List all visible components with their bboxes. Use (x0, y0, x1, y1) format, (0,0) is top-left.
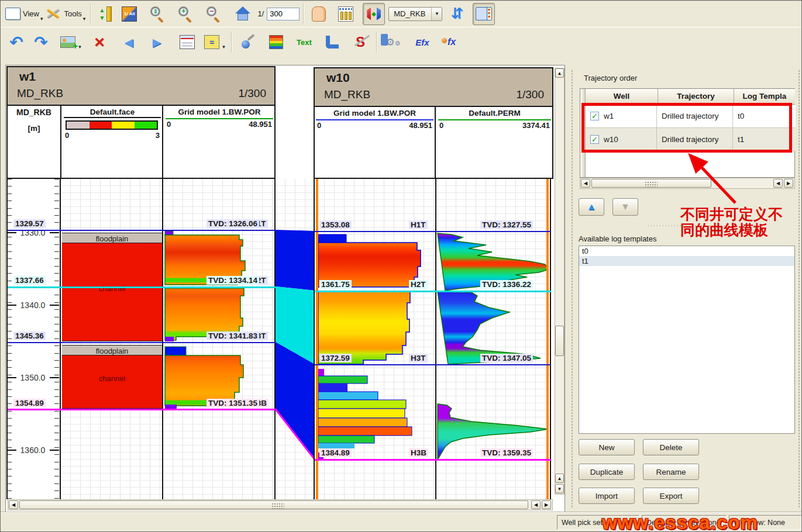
table-row-w1[interactable]: ✓ w1 Drilled trajectory t0 (586, 105, 796, 128)
fit-height-button[interactable]: ▲ ▼ (95, 3, 117, 25)
export-button[interactable]: Export (643, 488, 699, 504)
marker-md-label: 1329.57 (13, 219, 46, 228)
delete-button[interactable]: × (88, 31, 111, 53)
edit-function-button[interactable]: Efx (411, 31, 433, 53)
datum-combobox[interactable]: MD_RKB ▼ (388, 7, 442, 21)
import-button[interactable]: Import (579, 488, 635, 504)
horizon-line-h3b (315, 459, 551, 461)
zoom-in-button[interactable]: + (174, 3, 197, 25)
delete-button[interactable]: Delete (643, 439, 699, 455)
duplicate-button[interactable]: Duplicate (579, 464, 635, 480)
header-settings-button[interactable] (176, 31, 198, 53)
scroll-right-button[interactable]: ▶ (784, 179, 793, 188)
marker-md-label: 1361.75 (319, 280, 352, 289)
calculator-button[interactable]: fx (440, 31, 463, 53)
correlation-zones (276, 179, 315, 499)
chevron-down-icon: ▾ (78, 44, 81, 50)
settings-panel-toggle[interactable] (473, 3, 495, 25)
track-border (435, 179, 436, 499)
move-up-button[interactable]: ▲ (579, 198, 604, 216)
column-header-trajectory[interactable]: Trajectory (658, 89, 734, 105)
home-view-button[interactable] (232, 3, 254, 25)
scale-input[interactable] (267, 8, 300, 20)
text-annotation-button[interactable]: Text (293, 31, 315, 53)
legend-button[interactable] (265, 31, 287, 53)
canvas-horizontal-scrollbar[interactable]: ◀ ◀ ▶ (8, 499, 553, 510)
redo-button[interactable]: ↷ (30, 31, 52, 53)
scroll-left-button[interactable]: ◀ (773, 179, 783, 188)
w1-facies-track-header: Default.face 0 3 (63, 106, 163, 178)
rename-button[interactable]: Rename (643, 464, 699, 480)
log-template-button[interactable]: ≈ ▾ (204, 31, 226, 53)
fit-track-width-icon: ◆ (366, 6, 381, 22)
s-curve-icon: S (356, 34, 365, 50)
canvas-vertical-scrollbar[interactable]: ▲ ▲ ▼ (555, 68, 565, 495)
panel-splitter[interactable] (571, 70, 573, 508)
table-row-w10[interactable]: ✓ w10 Drilled trajectory t1 (586, 128, 796, 151)
scroll-left-button[interactable]: ◀ (9, 500, 18, 509)
view-menu[interactable]: View ▾ (5, 3, 44, 25)
undo-button[interactable]: ↶ (5, 31, 27, 53)
move-down-button-disabled[interactable]: ▼ (612, 198, 638, 216)
connector-button[interactable] (321, 31, 343, 53)
fit-track-width-toggle[interactable]: ◆ (363, 3, 385, 25)
w10-title: w10 (326, 71, 552, 85)
marker-name-label: H1T (409, 220, 428, 229)
scroll-left-button[interactable]: ◀ (531, 500, 541, 509)
scroll-up-button[interactable]: ▲ (555, 68, 564, 78)
marker-tvd-label: TVD: 1336.22 (480, 280, 533, 289)
arrow-up-icon: ▲ (587, 202, 596, 212)
panel-splitter[interactable] (798, 70, 800, 508)
marker-md-label: 1372.59 (319, 354, 352, 362)
table-horizontal-scrollbar[interactable]: ◀ ◀ ▶ (580, 178, 795, 189)
horizon-line-h3t (8, 342, 276, 343)
next-button[interactable]: ▶ (146, 31, 168, 53)
scroll-up-button[interactable]: ▲ (555, 474, 564, 483)
well-tops-button[interactable] (237, 31, 259, 53)
column-header-well[interactable]: Well (586, 89, 658, 105)
marker-tvd-label: TVD: 1327.55 (480, 220, 533, 229)
w10-scale: 1/300 (516, 88, 544, 101)
scroll-thumb[interactable] (555, 326, 564, 356)
scroll-left-button[interactable]: ◀ (581, 179, 590, 188)
efx-icon: Efx (415, 37, 429, 47)
w1-track-headers: MD_RKB [m] Default.face 0 3 Grid model 1… (6, 106, 276, 179)
curve-smoothing-button[interactable]: S (349, 31, 371, 53)
tools-icon (45, 6, 61, 22)
add-view-button[interactable]: + ▾ (60, 31, 82, 53)
flip-orientation-button[interactable]: ⇵ (446, 3, 468, 25)
template-item-t1[interactable]: t1 (579, 256, 794, 266)
log-template-icon: ≈ (204, 35, 219, 49)
watermark: www.essca.com (602, 512, 758, 532)
well-columns-icon (338, 6, 353, 22)
column-header-log-template[interactable]: Log Templa (734, 89, 795, 105)
horizon-line-h3b (8, 409, 276, 410)
fit-height-icon: ▲ ▼ (99, 6, 113, 22)
w10-well-path (546, 179, 549, 499)
process-settings-button[interactable]: ⚙⚙ (382, 31, 404, 53)
zoom-fit-button[interactable]: ⇕ (146, 3, 168, 25)
marker-tvd-label: TVD: 1359.35 (480, 448, 533, 457)
template-item-t0[interactable]: t0 (579, 246, 794, 256)
templates-listbox[interactable]: t0 t1 (579, 246, 795, 434)
color-legend-icon (269, 35, 283, 49)
scroll-down-button[interactable]: ▼ (555, 484, 564, 493)
w10-visible-checkbox[interactable]: ✓ (590, 135, 599, 144)
scroll-right-button[interactable]: ▶ (542, 500, 551, 509)
trajectory-order-label: Trajectory order (584, 74, 637, 82)
fx-icon: fx (448, 37, 456, 47)
pan-button[interactable] (308, 3, 330, 25)
w1-visible-checkbox[interactable]: ✓ (590, 112, 599, 120)
tools-menu[interactable]: Tools ▾ (45, 3, 87, 25)
depth-ruler-minor-ticks (54, 179, 59, 499)
combobox-dropdown-button[interactable]: ▼ (431, 8, 442, 20)
well-columns-button[interactable] (335, 3, 357, 25)
new-button[interactable]: New (579, 439, 635, 455)
w10-perm-track-header: Default.PERM 0 3374.41 (437, 107, 552, 178)
one-all-icon: 1/ All (122, 6, 137, 22)
zoom-out-button[interactable]: − (202, 3, 225, 25)
scale-one-to-all-button[interactable]: 1/ All (118, 3, 140, 25)
edit-toolbar: ↶ ↷ + ▾ × ◀ ▶ ≈ ▾ Text S (1, 28, 801, 56)
row-gutter (580, 89, 586, 177)
previous-button[interactable]: ◀ (118, 31, 140, 53)
